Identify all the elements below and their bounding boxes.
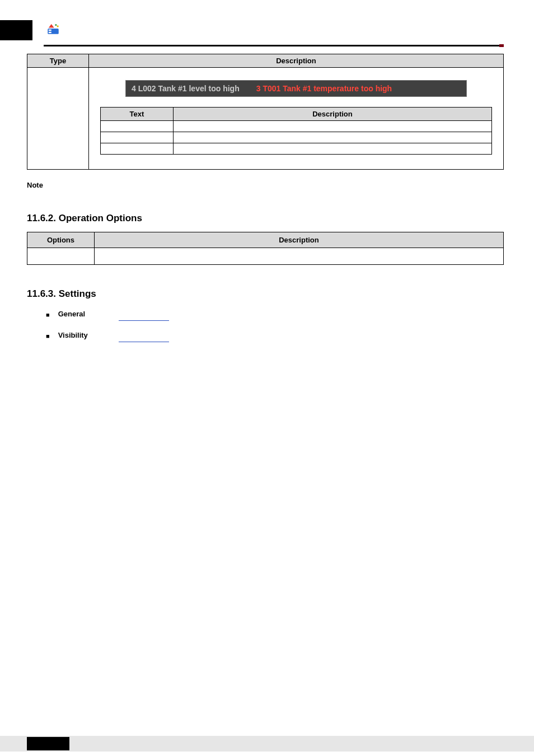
- operation-options-table: Options Description: [27, 232, 504, 265]
- table-row: [27, 248, 95, 265]
- app-logo-icon: [46, 21, 60, 36]
- settings-item-visibility: Visibility: [58, 331, 88, 339]
- svg-point-4: [57, 25, 59, 27]
- list-item: ■ General: [46, 310, 504, 321]
- column-header-description-ops: Description: [95, 232, 504, 248]
- column-header-type: Type: [27, 54, 89, 68]
- type-cell: [27, 68, 89, 170]
- table-row: [95, 248, 504, 265]
- alarm-marquee: 4 L002 Tank #1 level too high 3 T001 Tan…: [125, 80, 467, 97]
- note-label: Note: [27, 181, 43, 189]
- bullet-icon: ■: [46, 310, 56, 320]
- link-underline[interactable]: [119, 337, 169, 342]
- description-cell: 4 L002 Tank #1 level too high 3 T001 Tan…: [89, 68, 504, 170]
- svg-rect-2: [49, 32, 51, 33]
- column-header-text: Text: [101, 108, 174, 121]
- marquee-item-right: 3 T001 Tank #1 temperature too high: [256, 84, 392, 93]
- list-item: ■ Visibility: [46, 331, 504, 342]
- note-block: Note: [27, 181, 504, 189]
- text-description-table: Text Description: [100, 107, 492, 155]
- table-row: [101, 132, 174, 143]
- footer-band: [0, 736, 534, 752]
- section-heading-operation-options: 11.6.2. Operation Options: [27, 213, 504, 224]
- table-row: [174, 121, 492, 132]
- svg-rect-0: [48, 29, 59, 34]
- column-header-description: Description: [89, 54, 504, 68]
- svg-rect-1: [49, 30, 51, 31]
- table-row: [101, 143, 174, 155]
- column-header-description-inner: Description: [174, 108, 492, 121]
- header-rule: [44, 45, 504, 46]
- table-row: [174, 132, 492, 143]
- settings-item-general: General: [58, 310, 85, 318]
- column-header-options: Options: [27, 232, 95, 248]
- link-underline[interactable]: [119, 315, 169, 321]
- svg-point-3: [55, 24, 57, 26]
- type-description-table: Type Description 4 L002 Tank #1 level to…: [27, 54, 504, 170]
- table-row: [101, 121, 174, 132]
- section-heading-settings: 11.6.3. Settings: [27, 288, 504, 300]
- footer-page-block: [27, 737, 69, 750]
- settings-list: ■ General ■ Visibility: [27, 310, 504, 342]
- bullet-icon: ■: [46, 331, 56, 341]
- marquee-item-left: 4 L002 Tank #1 level too high: [132, 84, 240, 93]
- table-row: [174, 143, 492, 155]
- header-side-block: [0, 20, 32, 40]
